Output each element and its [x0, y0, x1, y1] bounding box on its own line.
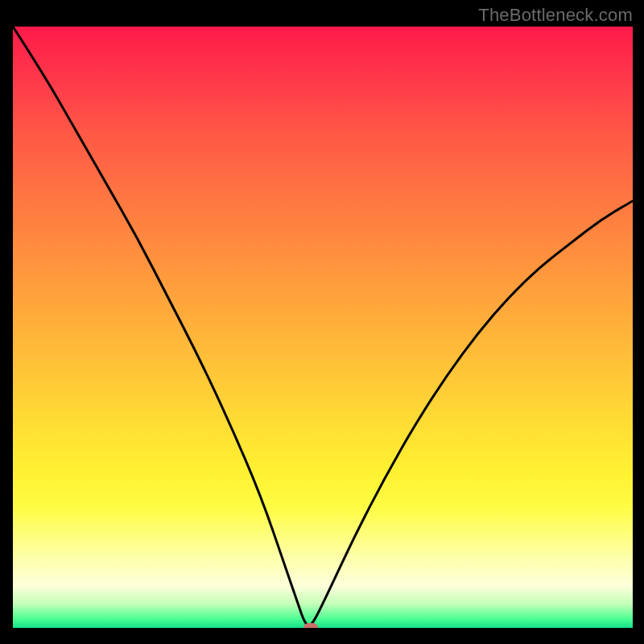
axis-left-border — [0, 27, 13, 628]
optimal-point-marker — [303, 623, 318, 628]
axis-bottom-border — [13, 628, 633, 644]
plot-area — [13, 27, 633, 628]
bottleneck-curve — [13, 27, 633, 628]
watermark-text: TheBottleneck.com — [478, 5, 633, 26]
axis-right-border — [633, 27, 644, 628]
